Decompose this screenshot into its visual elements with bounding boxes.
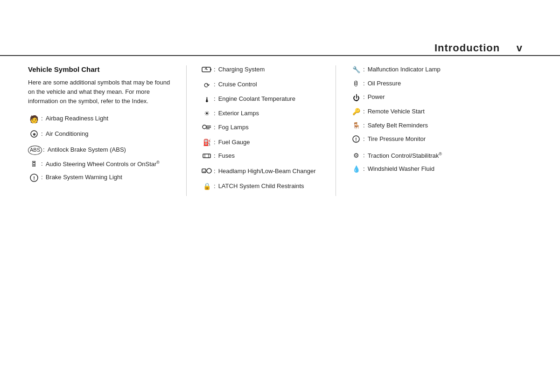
svg-rect-13 bbox=[203, 154, 210, 158]
svg-text:!: ! bbox=[33, 175, 35, 181]
exterior-lamps-label: Exterior Lamps bbox=[218, 109, 326, 118]
abs-icon: ABS bbox=[28, 146, 42, 154]
fog-lamps-icon bbox=[201, 123, 213, 133]
traction-label: Traction Control/Stabilitrak® bbox=[368, 151, 532, 161]
cruise-label: Cruise Control bbox=[218, 80, 326, 89]
list-item: : Fuses bbox=[201, 152, 326, 162]
tpms-label: Tire Pressure Monitor bbox=[368, 135, 532, 143]
title-text: Introduction bbox=[434, 42, 500, 54]
abs-label: Antilock Brake System (ABS) bbox=[48, 146, 177, 154]
headlamp-icon: ≡ bbox=[201, 167, 213, 177]
svg-text:≡: ≡ bbox=[203, 170, 205, 173]
fuses-icon bbox=[201, 152, 213, 162]
power-icon: ⏻ bbox=[350, 93, 362, 103]
list-item: ! : Tire Pressure Monitor bbox=[350, 135, 532, 146]
list-item: 💧 : Windshield Washer Fluid bbox=[350, 165, 532, 174]
page-header-title: Introduction v bbox=[434, 42, 523, 54]
svg-text:❄: ❄ bbox=[33, 133, 36, 137]
list-item: 🎛 : Audio Steering Wheel Controls or OnS… bbox=[28, 160, 177, 169]
oil-label: Oil Pressure bbox=[368, 79, 532, 88]
list-item: : Charging System bbox=[201, 65, 326, 76]
tpms-icon: ! bbox=[350, 135, 362, 146]
mil-label: Malfunction Indicator Lamp bbox=[368, 65, 532, 74]
list-item: ! : Brake System Warning Light bbox=[28, 173, 177, 185]
list-item: ⛽ : Fuel Gauge bbox=[201, 138, 326, 147]
svg-point-9 bbox=[203, 125, 206, 129]
section-title: Vehicle Symbol Chart bbox=[28, 65, 177, 73]
charging-icon bbox=[201, 65, 213, 76]
ac-icon: ❄ bbox=[28, 130, 40, 141]
seatbelt-icon: 🪑 bbox=[350, 121, 362, 131]
column-2: : Charging System ⟳ : Cruise Control 🌡 :… bbox=[187, 65, 336, 196]
fuses-label: Fuses bbox=[218, 152, 326, 160]
exterior-lamps-icon: ☀ bbox=[201, 109, 213, 119]
washer-label: Windshield Washer Fluid bbox=[368, 165, 532, 173]
seatbelt-label: Safety Belt Reminders bbox=[368, 121, 532, 130]
svg-rect-5 bbox=[210, 69, 211, 70]
list-item: ☀ : Exterior Lamps bbox=[201, 109, 326, 119]
airbag-label: Airbag Readiness Light bbox=[46, 114, 177, 123]
list-item: ⚙ : Traction Control/Stabilitrak® bbox=[350, 151, 532, 161]
latch-icon: 🔒 bbox=[201, 182, 213, 191]
ac-label: Air Conditioning bbox=[46, 130, 177, 138]
svg-text:!: ! bbox=[355, 137, 357, 142]
airbag-icon: 🧑 bbox=[28, 114, 40, 125]
list-item: 🛢 : Oil Pressure bbox=[350, 79, 532, 89]
list-item: 🔑 : Remote Vehicle Start bbox=[350, 107, 532, 117]
remote-start-icon: 🔑 bbox=[350, 107, 362, 117]
list-item: : Fog Lamps bbox=[201, 123, 326, 133]
list-item: 🧑 : Airbag Readiness Light bbox=[28, 114, 177, 125]
svg-point-18 bbox=[207, 168, 211, 173]
remote-start-label: Remote Vehicle Start bbox=[368, 107, 532, 116]
list-item: ⏻ : Power bbox=[350, 93, 532, 103]
brake-label: Brake System Warning Light bbox=[46, 173, 177, 182]
list-item: ≡ : Headlamp High/Low-Beam Changer bbox=[201, 167, 326, 177]
header-divider bbox=[0, 55, 560, 56]
fuel-label: Fuel Gauge bbox=[218, 138, 326, 147]
audio-label: Audio Steering Wheel Controls or OnStar® bbox=[46, 160, 177, 169]
fuel-icon: ⛽ bbox=[201, 138, 213, 147]
list-item: 🪑 : Safety Belt Reminders bbox=[350, 121, 532, 131]
washer-icon: 💧 bbox=[350, 165, 362, 174]
page: Introduction v Vehicle Symbol Chart Here… bbox=[0, 0, 560, 392]
power-label: Power bbox=[368, 93, 532, 101]
traction-icon: ⚙ bbox=[350, 151, 362, 161]
fog-lamps-label: Fog Lamps bbox=[218, 123, 326, 132]
latch-label: LATCH System Child Restraints bbox=[218, 182, 326, 190]
oil-icon: 🛢 bbox=[350, 79, 362, 89]
list-item: 🔧 : Malfunction Indicator Lamp bbox=[350, 65, 532, 75]
column-1: Vehicle Symbol Chart Here are some addit… bbox=[28, 65, 187, 196]
coolant-label: Engine Coolant Temperature bbox=[218, 95, 326, 103]
list-item: ABS : Antilock Brake System (ABS) bbox=[28, 146, 177, 154]
headlamp-label: Headlamp High/Low-Beam Changer bbox=[218, 167, 326, 175]
cruise-icon: ⟳ bbox=[201, 80, 213, 90]
list-item: 🔒 : LATCH System Child Restraints bbox=[201, 182, 326, 191]
page-number: v bbox=[517, 42, 523, 54]
brake-icon: ! bbox=[28, 173, 40, 185]
list-item: 🌡 : Engine Coolant Temperature bbox=[201, 95, 326, 105]
charging-label: Charging System bbox=[218, 65, 326, 74]
mil-icon: 🔧 bbox=[350, 65, 362, 75]
intro-paragraph: Here are some additional symbols that ma… bbox=[28, 78, 177, 106]
list-item: ⟳ : Cruise Control bbox=[201, 80, 326, 90]
main-content: Vehicle Symbol Chart Here are some addit… bbox=[28, 65, 532, 196]
list-item: ❄ : Air Conditioning bbox=[28, 130, 177, 141]
column-3: 🔧 : Malfunction Indicator Lamp 🛢 : Oil P… bbox=[336, 65, 532, 196]
audio-icon: 🎛 bbox=[28, 160, 40, 169]
coolant-icon: 🌡 bbox=[201, 95, 213, 105]
